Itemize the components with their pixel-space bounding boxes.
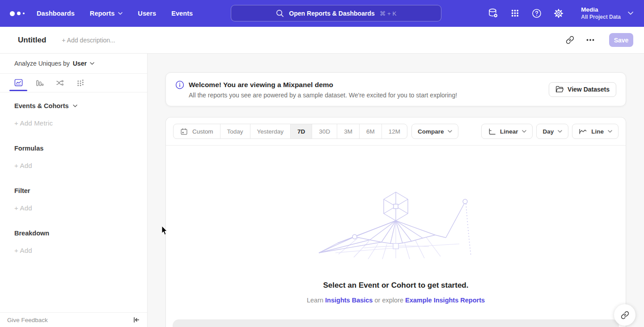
breakdown-label: Breakdown xyxy=(14,230,49,237)
interval-dropdown[interactable]: Day xyxy=(536,124,568,139)
search-icon xyxy=(275,9,284,17)
report-header: Untitled + Add description... Save xyxy=(0,27,644,54)
banner-subtitle: All the reports you see are powered by a… xyxy=(175,92,457,99)
search-shortcut: ⌘ + K xyxy=(380,10,397,17)
more-options-button[interactable] xyxy=(586,39,594,41)
save-button[interactable]: Save xyxy=(609,33,633,47)
range-custom[interactable]: Custom xyxy=(174,124,220,138)
chevron-down-icon xyxy=(522,130,526,133)
range-12m[interactable]: 12M xyxy=(381,124,407,138)
range-yesterday[interactable]: Yesterday xyxy=(250,124,291,138)
chevron-down-icon xyxy=(608,130,612,133)
tab-metrics[interactable] xyxy=(70,74,90,92)
project-switcher[interactable]: Media All Project Data xyxy=(581,6,633,21)
insights-line-icon xyxy=(14,78,23,88)
calendar-icon xyxy=(180,128,188,135)
metrics-grid-icon xyxy=(76,78,85,88)
filter-label: Filter xyxy=(14,187,30,194)
nav-dashboards[interactable]: Dashboards xyxy=(37,10,75,17)
example-insights-reports-link[interactable]: Example Insights Reports xyxy=(405,297,485,304)
project-subtitle: All Project Data xyxy=(581,14,621,21)
empty-state-title: Select an Event or Cohort to get started… xyxy=(323,281,469,290)
nav-events[interactable]: Events xyxy=(171,10,193,17)
bar-chart-icon xyxy=(34,78,44,88)
link-icon xyxy=(566,36,574,44)
project-name: Media xyxy=(581,6,621,14)
nav-right-cluster: Media All Project Data xyxy=(487,6,633,21)
date-range-control: Custom Today Yesterday 7D 30D 3M 6M 12M xyxy=(173,124,407,139)
view-datasets-button[interactable]: View Datasets xyxy=(549,82,616,97)
demo-welcome-banner: Welcome! You are viewing a Mixpanel demo… xyxy=(165,72,626,106)
section-formulas: Formulas + Add xyxy=(14,145,133,169)
nav-users[interactable]: Users xyxy=(138,10,156,17)
mixpanel-logo-icon[interactable] xyxy=(10,11,34,16)
apps-grid-icon[interactable] xyxy=(509,8,521,19)
add-breakdown-button[interactable]: + Add xyxy=(14,247,133,254)
primary-nav: Dashboards Reports Users Events xyxy=(37,10,193,17)
section-events-cohorts: Events & Cohorts + Add Metric xyxy=(14,102,133,127)
analyze-uniques-label: Analyze Uniques by xyxy=(14,60,70,67)
range-today[interactable]: Today xyxy=(220,124,250,138)
chevron-down-icon xyxy=(90,62,94,65)
add-metric-button[interactable]: + Add Metric xyxy=(14,119,133,127)
compare-dropdown[interactable]: Compare xyxy=(411,124,459,139)
chevron-down-icon[interactable] xyxy=(73,105,77,107)
folder-icon xyxy=(555,86,564,93)
visualization-tabs xyxy=(0,74,147,92)
chevron-down-icon xyxy=(558,130,562,133)
section-breakdown: Breakdown + Add xyxy=(14,230,133,254)
axes-linear-icon xyxy=(487,128,496,135)
share-link-fab[interactable] xyxy=(614,304,636,326)
copy-link-button[interactable] xyxy=(566,36,574,44)
chart-type-dropdown[interactable]: Line xyxy=(572,124,619,139)
give-feedback-link[interactable]: Give Feedback xyxy=(7,317,48,323)
add-formula-button[interactable]: + Add xyxy=(14,162,133,169)
report-canvas: Custom Today Yesterday 7D 30D 3M 6M 12M … xyxy=(165,117,626,327)
formulas-label: Formulas xyxy=(14,145,43,152)
help-icon[interactable] xyxy=(531,8,542,19)
line-chart-icon xyxy=(578,128,587,135)
add-filter-button[interactable]: + Add xyxy=(14,204,133,212)
collapse-left-icon xyxy=(133,316,140,323)
section-filter: Filter + Add xyxy=(14,187,133,212)
report-title[interactable]: Untitled xyxy=(18,36,46,45)
tab-flows[interactable] xyxy=(49,74,70,92)
collapse-sidebar-button[interactable] xyxy=(133,316,140,323)
analyze-by-dropdown[interactable]: User xyxy=(73,60,94,67)
add-description-field[interactable]: + Add description... xyxy=(62,37,115,44)
tab-insights-line[interactable] xyxy=(8,74,29,92)
chevron-down-icon xyxy=(448,130,452,133)
info-icon xyxy=(175,80,184,89)
query-builder-sidebar: Analyze Uniques by User xyxy=(0,54,148,327)
range-7d[interactable]: 7D xyxy=(290,124,312,138)
nav-reports[interactable]: Reports xyxy=(90,10,123,17)
scale-dropdown[interactable]: Linear xyxy=(481,124,533,139)
top-nav: Dashboards Reports Users Events Open Rep… xyxy=(0,0,644,27)
tab-bar-chart[interactable] xyxy=(29,74,49,92)
ellipsis-icon xyxy=(586,39,594,41)
insights-basics-link[interactable]: Insights Basics xyxy=(325,297,373,304)
empty-state: Select an Event or Cohort to get started… xyxy=(166,146,626,304)
range-30d[interactable]: 30D xyxy=(312,124,337,138)
range-3m[interactable]: 3M xyxy=(337,124,359,138)
chevron-down-icon xyxy=(628,12,633,15)
global-search[interactable]: Open Reports & Dashboards ⌘ + K xyxy=(231,5,441,21)
link-icon xyxy=(621,311,629,319)
flows-icon xyxy=(55,78,64,88)
settings-gear-icon[interactable] xyxy=(553,8,564,19)
events-cohorts-label[interactable]: Events & Cohorts xyxy=(14,102,69,109)
data-management-icon[interactable] xyxy=(487,8,499,19)
main-content: Welcome! You are viewing a Mixpanel demo… xyxy=(148,54,644,327)
search-placeholder: Open Reports & Dashboards xyxy=(289,10,374,17)
chevron-down-icon xyxy=(118,12,123,15)
banner-title: Welcome! You are viewing a Mixpanel demo xyxy=(189,81,333,89)
results-panel-peek xyxy=(173,319,619,327)
empty-state-illustration xyxy=(311,190,481,260)
range-6m[interactable]: 6M xyxy=(359,124,381,138)
